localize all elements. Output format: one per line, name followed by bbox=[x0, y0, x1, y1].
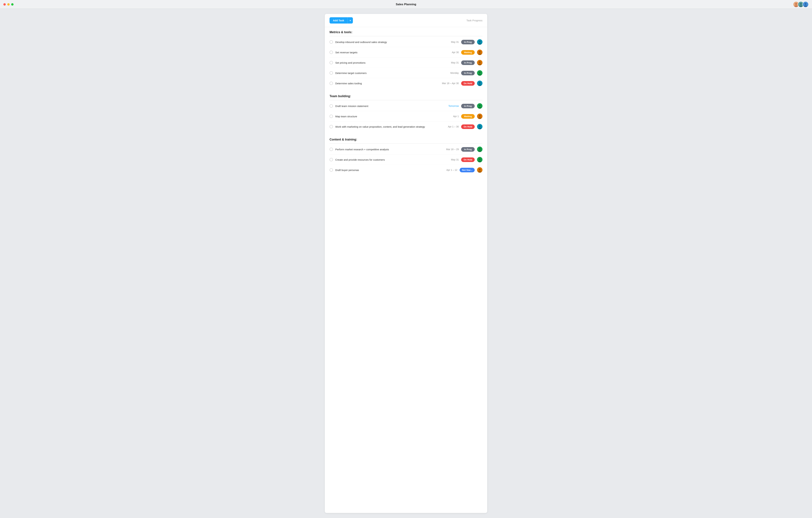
status-badge-5: On Hold bbox=[461, 81, 475, 86]
svg-point-16 bbox=[479, 61, 481, 63]
card-header: Add Task Task Progress bbox=[325, 14, 487, 27]
task-card: Add Task Task Progress Metrics & tools:D… bbox=[325, 14, 487, 513]
task-avatar-5[interactable] bbox=[477, 81, 483, 86]
section-title-content-training: Content & training: bbox=[329, 138, 483, 143]
task-row: Draft team mission statementTomorrowIn P… bbox=[329, 101, 483, 111]
task-avatar-6[interactable] bbox=[477, 103, 483, 109]
minimize-button[interactable] bbox=[7, 3, 10, 6]
titlebar: Sales Planning bbox=[0, 0, 812, 9]
task-checkbox-1[interactable] bbox=[329, 40, 333, 44]
task-date-2: Apr 30 bbox=[438, 51, 459, 54]
page-title: Sales Planning bbox=[396, 3, 416, 6]
traffic-lights bbox=[3, 3, 13, 6]
task-date-3: May 31 bbox=[438, 61, 459, 64]
task-date-5: Mar 18 – Apr 30 bbox=[438, 82, 459, 85]
task-checkbox-3[interactable] bbox=[329, 61, 333, 64]
chevron-down-icon bbox=[350, 19, 351, 22]
task-date-4: Monday bbox=[438, 72, 459, 74]
svg-point-34 bbox=[479, 148, 481, 150]
svg-point-7 bbox=[805, 3, 807, 5]
task-row: Determine target customersMondayIn Prog bbox=[329, 68, 483, 78]
task-avatar-10[interactable] bbox=[477, 157, 483, 162]
add-task-dropdown-button[interactable] bbox=[347, 17, 353, 24]
task-date-7: Apr 1 bbox=[438, 115, 459, 118]
task-name-6: Draft team mission statement bbox=[335, 105, 436, 108]
task-name-10: Create and provide resources for custome… bbox=[335, 158, 436, 161]
task-avatar-3[interactable] bbox=[477, 60, 483, 65]
status-badge-11: Not Star... bbox=[460, 168, 475, 172]
task-checkbox-8[interactable] bbox=[329, 125, 333, 128]
task-row: Work with marketing on value proposition… bbox=[329, 121, 483, 132]
section-title-team-building: Team building: bbox=[329, 94, 483, 100]
status-badge-8: On Hold bbox=[461, 125, 475, 129]
avatar-stack bbox=[793, 1, 809, 7]
task-avatar-2[interactable] bbox=[477, 50, 483, 55]
status-badge-7: Waiting bbox=[461, 114, 475, 119]
user-avatars bbox=[793, 1, 809, 7]
svg-point-28 bbox=[479, 115, 481, 117]
task-avatar-4[interactable] bbox=[477, 70, 483, 76]
task-row: Determine sales toolingMar 18 – Apr 30On… bbox=[329, 78, 483, 88]
task-row: Perform market research + competitive an… bbox=[329, 144, 483, 155]
task-avatar-9[interactable] bbox=[477, 146, 483, 152]
status-badge-9: In Prog bbox=[461, 147, 475, 152]
svg-point-37 bbox=[479, 158, 481, 160]
task-avatar-1[interactable] bbox=[477, 39, 483, 45]
task-row: Create and provide resources for custome… bbox=[329, 155, 483, 165]
task-checkbox-10[interactable] bbox=[329, 158, 333, 161]
section-team-building: Team building:Draft team mission stateme… bbox=[325, 91, 487, 134]
maximize-button[interactable] bbox=[11, 3, 13, 6]
task-avatar-8[interactable] bbox=[477, 124, 483, 129]
task-avatar-11[interactable] bbox=[477, 167, 483, 173]
task-checkbox-11[interactable] bbox=[329, 168, 333, 172]
section-title-metrics-tools: Metrics & tools: bbox=[329, 30, 483, 36]
task-row: Draft buyer personasApr 1 – 12Not Star..… bbox=[329, 165, 483, 175]
add-task-group: Add Task bbox=[329, 17, 353, 24]
task-checkbox-6[interactable] bbox=[329, 104, 333, 108]
status-badge-2: Waiting bbox=[461, 50, 475, 55]
svg-point-31 bbox=[479, 125, 481, 127]
main-content: Add Task Task Progress Metrics & tools:D… bbox=[0, 9, 812, 518]
task-date-6: Tomorrow bbox=[438, 105, 459, 107]
task-date-10: May 31 bbox=[438, 158, 459, 161]
task-name-3: Set pricing and promotions bbox=[335, 61, 436, 64]
task-name-5: Determine sales tooling bbox=[335, 82, 436, 85]
task-checkbox-7[interactable] bbox=[329, 115, 333, 118]
task-progress-label: Task Progress bbox=[466, 19, 483, 22]
task-checkbox-9[interactable] bbox=[329, 147, 333, 151]
sections-container: Metrics & tools:Develop inbound and outb… bbox=[325, 27, 487, 178]
svg-point-13 bbox=[479, 51, 481, 53]
task-name-1: Develop inbound and outbound sales strat… bbox=[335, 40, 436, 44]
task-name-2: Set revenue targets bbox=[335, 51, 436, 54]
task-name-11: Draft buyer personas bbox=[335, 169, 435, 171]
svg-point-19 bbox=[479, 72, 481, 74]
task-row: Set revenue targetsApr 30Waiting bbox=[329, 47, 483, 58]
task-avatar-7[interactable] bbox=[477, 114, 483, 119]
svg-point-10 bbox=[479, 40, 481, 43]
status-badge-1: In Prog bbox=[461, 40, 475, 44]
svg-point-25 bbox=[479, 105, 481, 107]
task-row: Develop inbound and outbound sales strat… bbox=[329, 37, 483, 47]
task-checkbox-5[interactable] bbox=[329, 82, 333, 85]
status-badge-10: On Hold bbox=[461, 158, 475, 162]
task-date-11: Apr 1 – 12 bbox=[437, 169, 457, 171]
status-badge-4: In Prog bbox=[461, 71, 475, 75]
svg-point-40 bbox=[479, 169, 481, 170]
add-task-button[interactable]: Add Task bbox=[329, 17, 347, 24]
task-checkbox-4[interactable] bbox=[329, 71, 333, 75]
section-content-training: Content & training:Perform market resear… bbox=[325, 134, 487, 178]
svg-point-4 bbox=[800, 3, 802, 5]
task-name-7: Map team structure bbox=[335, 115, 436, 118]
task-checkbox-2[interactable] bbox=[329, 51, 333, 54]
status-badge-3: In Prog bbox=[461, 60, 475, 65]
task-name-4: Determine target customers bbox=[335, 72, 436, 75]
task-date-8: Apr 1 – 30 bbox=[438, 125, 459, 128]
task-row: Map team structureApr 1Waiting bbox=[329, 111, 483, 121]
task-date-9: Mar 18 – 29 bbox=[438, 148, 459, 151]
close-button[interactable] bbox=[3, 3, 6, 6]
section-metrics-tools: Metrics & tools:Develop inbound and outb… bbox=[325, 27, 487, 91]
status-badge-6: In Prog bbox=[461, 104, 475, 108]
task-row: Set pricing and promotionsMay 31In Prog bbox=[329, 58, 483, 68]
avatar-user-3[interactable] bbox=[803, 1, 809, 7]
task-date-1: May 31 bbox=[438, 40, 459, 43]
